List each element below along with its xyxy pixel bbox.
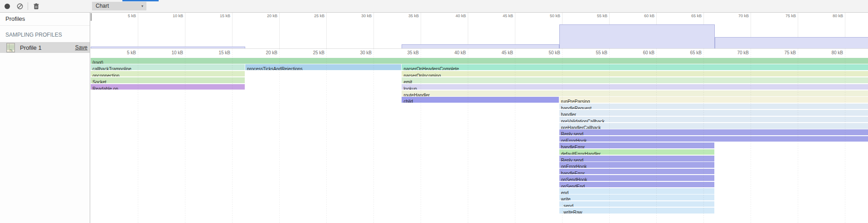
overview-tick-label: 25 kB [299,14,325,18]
flame-bar[interactable]: parserOnIncoming [402,71,868,77]
overview-tick-label: 50 kB [535,14,560,18]
flame-bar-label: _writeRaw [559,210,582,214]
overview-pane[interactable]: 5 kB10 kB15 kB20 kB25 kB30 kB35 kB40 kB4… [91,13,868,49]
flame-bar[interactable]: Reply.send [559,129,868,135]
flame-bar[interactable]: routeHandler [402,90,868,96]
flame-bar-label: (root) [91,60,103,64]
profile-document-icon: % [6,43,15,52]
record-button[interactable] [4,3,10,9]
flame-bar-label: parserOnIncoming [402,73,441,77]
flame-bar-label: onSendHook [559,177,587,181]
flame-bar[interactable]: processTicksAndRejections [245,64,401,70]
overview-gridline [232,13,233,48]
overview-gridline [138,13,138,48]
save-link[interactable]: Save [75,44,87,51]
overview-gridline [326,13,327,48]
overview-gridline [515,13,515,48]
overview-tick-label: 35 kB [393,14,419,18]
toolbar: Chart ▾ [0,0,868,13]
flame-bar-label: onErrorHook [559,164,587,168]
delete-profile-button[interactable] [33,3,39,9]
flame-bar-label: defaultErrorHandler [559,152,601,155]
flame-bar-label: handleError [559,171,585,175]
flame-bar-label: callbackTrampoline [91,66,131,70]
flame-bar[interactable]: _send [559,201,714,207]
flame-bar-label: Reply.send [559,132,583,135]
flame-bar[interactable]: end [559,188,714,194]
flame-bar[interactable]: onErrorHook [559,136,868,142]
flame-bar[interactable]: onconnection [91,71,245,77]
memory-profiler-panel: Chart ▾ Profiles SAMPLING PROFILES % Pro… [0,0,868,223]
flame-chart[interactable]: (root)callbackTrampolineprocessTicksAndR… [91,57,868,223]
flame-bar-label: end [559,190,569,194]
overview-gridline [468,13,468,48]
overview-area-segment [402,44,559,48]
flame-bar[interactable]: Reply.send [559,156,714,161]
flame-bar[interactable]: preHandlerCallback [559,123,868,129]
flame-tick-label: 35 kB [393,50,419,55]
overview-tick-label: 30 kB [346,14,372,18]
active-tab-indicator [122,0,159,1]
flame-bar-label: lookup [402,86,417,90]
flame-bar[interactable]: defaultErrorHandler [559,149,714,155]
flame-bar[interactable]: child [402,97,558,103]
flame-bar[interactable]: onErrorHook [559,162,714,168]
flame-bar[interactable]: write_ [559,195,714,200]
flame-bar[interactable]: onSendEnd [559,182,714,188]
overview-tick-label: 55 kB [582,14,607,18]
flame-tick-label: 15 kB [205,50,230,55]
flame-tick-label: 40 kB [441,50,466,55]
flame-bar[interactable]: Readable.on [91,84,245,90]
dropdown-arrow-icon: ▾ [141,2,143,10]
flame-bar-label: onErrorHook [559,138,587,142]
flame-bar[interactable]: onSendHook [559,175,714,181]
flame-bar-label: Socket [91,80,107,83]
clear-button[interactable] [17,3,23,9]
flame-tick-label: 20 kB [252,50,277,55]
flame-bar-label: Readable.on [91,86,118,90]
flame-tick-label: 25 kB [299,50,325,55]
flame-tick-label: 55 kB [582,50,607,55]
view-mode-value: Chart [96,3,109,9]
flame-bar[interactable]: _writeRaw [559,208,714,214]
flame-bar[interactable]: parserOnHeadersComplete [402,64,868,70]
flame-bar-label: Reply.send [559,158,583,161]
overview-tick-label: 80 kB [818,14,843,18]
overview-tick-label: 20 kB [252,14,277,18]
flame-bar[interactable]: runPreParsing [559,97,868,103]
overview-tick-label: 5 kB [111,14,136,18]
flame-bar[interactable]: handleError [559,142,714,148]
flame-bar[interactable]: Socket [91,77,245,83]
flame-tick-label: 45 kB [488,50,513,55]
flame-bar[interactable]: (root) [91,58,868,64]
flame-bar[interactable]: handleRequest [559,104,868,109]
block-icon [17,3,23,9]
flame-bar-label: processTicksAndRejections [245,66,302,70]
flame-bar[interactable]: callbackTrampoline [91,64,245,70]
overview-tick-label: 65 kB [676,14,702,18]
trash-icon [33,3,39,9]
flame-bar-label: preHandlerCallback [559,125,601,129]
flame-bar-label: write_ [559,197,573,200]
flame-bar[interactable]: emit [402,77,868,83]
profiles-header: Profiles [0,13,90,26]
overview-gridline [279,13,280,48]
flame-bar-label: handleError [559,145,585,148]
flame-bar-label: routeHandler [402,93,430,96]
overview-tick-label: 15 kB [205,14,230,18]
overview-tick-label: 40 kB [441,14,466,18]
view-mode-select[interactable]: Chart ▾ [92,2,146,10]
flame-bar[interactable]: preValidationCallback [559,117,868,123]
sidebar-item-profile-1[interactable]: % Profile 1 Save [0,42,90,53]
flame-bar[interactable]: lookup [402,84,868,90]
flame-tick-label: 70 kB [723,50,749,55]
sampling-profiles-section-label: SAMPLING PROFILES [0,32,90,38]
overview-drag-handle[interactable] [91,13,92,21]
flame-tick-label: 30 kB [346,50,372,55]
flame-bar[interactable]: handleError [559,169,714,175]
overview-area-segment [715,37,868,48]
flame-bar-label: handleRequest [559,106,592,109]
flame-bar-label: preValidationCallback [559,119,605,123]
overview-tick-label: 75 kB [771,14,796,18]
flame-bar[interactable]: handler [559,110,868,116]
